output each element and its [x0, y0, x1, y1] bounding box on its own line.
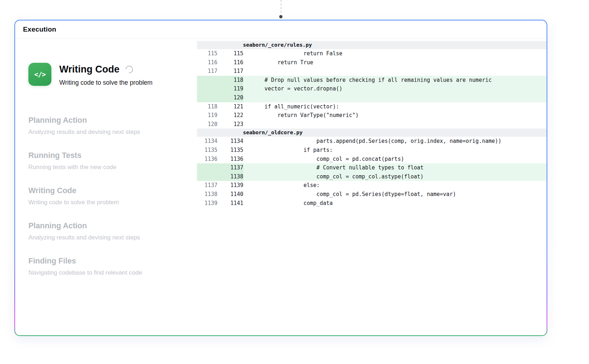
old-line-number [197, 163, 221, 172]
old-line-number: 116 [197, 58, 221, 67]
old-line-number [197, 76, 221, 85]
diff-row-added: 1138 comp_col = comp_col.astype(float) [197, 172, 547, 181]
steps-sidebar: </>Writing CodeWriting code to solve the… [15, 39, 197, 335]
diff-row-added: 120 [197, 93, 547, 102]
new-line-number: 1138 [221, 172, 243, 181]
code-text: return True [243, 58, 547, 67]
code-text: if parts: [243, 146, 547, 155]
old-line-number [197, 84, 221, 93]
code-text: else: [243, 181, 547, 190]
panel-header: Execution [15, 20, 547, 39]
new-line-number: 115 [221, 49, 243, 58]
new-line-number: 122 [221, 111, 243, 120]
code-text: return VarType("numeric") [243, 111, 547, 120]
old-line-number [197, 172, 221, 181]
old-line-number: 1138 [197, 190, 221, 199]
diff-row-added: 1137 # Convert nullable types to float [197, 163, 547, 172]
step-title: Planning Action [28, 220, 197, 231]
old-line-number: 119 [197, 111, 221, 120]
step-title: Running Tests [28, 150, 197, 161]
diff-row: 11371139 else: [197, 181, 547, 190]
code-text: # Drop null values before checking if al… [243, 76, 547, 85]
diff-row: 11341134 parts.append(pd.Series(comp, or… [197, 137, 547, 146]
new-line-number: 120 [221, 93, 243, 102]
diff-row: 11391141 comp_data [197, 199, 547, 208]
code-text: comp_col = pd.Series(dtype=float, name=v… [243, 190, 547, 199]
code-text: return False [243, 49, 547, 58]
panel-title: Execution [23, 25, 56, 33]
step-subtitle: Running tests with the new code [28, 163, 197, 172]
file-header: seaborn/_oldcore.py [197, 129, 547, 137]
diff-row: 11361136 comp_col = pd.concat(parts) [197, 155, 547, 164]
step-title-row: Writing Code [59, 64, 152, 75]
new-line-number: 121 [221, 102, 243, 111]
old-line-number: 1135 [197, 146, 221, 155]
code-text: comp_col = pd.concat(parts) [243, 155, 547, 164]
old-line-number: 115 [197, 49, 221, 58]
code-text: if all_numeric(vector): [243, 102, 547, 111]
new-line-number: 1139 [221, 181, 243, 190]
code-text: vector = vector.dropna() [243, 84, 547, 93]
step-item-finding-files: Finding FilesNavigating codebase to find… [28, 256, 197, 277]
old-line-number: 118 [197, 102, 221, 111]
old-line-number: 1139 [197, 199, 221, 208]
old-line-number: 1134 [197, 137, 221, 146]
diff-row: 117117 [197, 67, 547, 76]
step-item-planning-action: Planning ActionAnalyzing results and dev… [28, 220, 197, 242]
step-subtitle: Analyzing results and devising next step… [28, 128, 197, 136]
code-text: # Convert nullable types to float [243, 163, 547, 172]
new-line-number: 119 [221, 84, 243, 93]
code-icon: </> [28, 63, 51, 86]
spinner-icon [124, 64, 135, 75]
execution-panel: Execution </>Writing CodeWriting code to… [15, 20, 547, 335]
step-subtitle: Analyzing results and devising next step… [28, 233, 197, 242]
diff-row: 115115 return False [197, 49, 547, 58]
new-line-number: 1136 [221, 155, 243, 164]
new-line-number: 117 [221, 67, 243, 76]
step-item-writing-code: Writing CodeWriting code to solve the pr… [28, 185, 197, 207]
diff-row: 116116 return True [197, 58, 547, 67]
step-subtitle: Writing code to solve the problem [28, 198, 197, 207]
new-line-number: 1134 [221, 137, 243, 146]
old-line-number: 117 [197, 67, 221, 76]
new-line-number: 118 [221, 76, 243, 85]
step-subtitle: Writing code to solve the problem [59, 78, 152, 87]
code-icon-glyph: </> [34, 70, 45, 78]
diff-row: 119122 return VarType("numeric") [197, 111, 547, 120]
file-header: seaborn/_core/rules.py [197, 41, 547, 49]
execution-panel-border: Execution </>Writing CodeWriting code to… [14, 20, 547, 336]
old-line-number [197, 93, 221, 102]
diff-row: 11351135 if parts: [197, 146, 547, 155]
panel-body: </>Writing CodeWriting code to solve the… [15, 39, 547, 335]
diff-row-added: 118 # Drop null values before checking i… [197, 76, 547, 85]
step-title: Writing Code [59, 64, 119, 75]
new-line-number: 123 [221, 120, 243, 129]
step-title: Finding Files [28, 256, 197, 266]
old-line-number: 1137 [197, 181, 221, 190]
old-line-number: 120 [197, 120, 221, 129]
new-line-number: 1137 [221, 163, 243, 172]
step-subtitle: Navigating codebase to find relevant cod… [28, 269, 197, 277]
step-item-planning-action: Planning ActionAnalyzing results and dev… [28, 115, 197, 136]
new-line-number: 116 [221, 58, 243, 67]
code-text: comp_data [243, 199, 547, 208]
new-line-number: 1140 [221, 190, 243, 199]
code-text [243, 120, 547, 129]
diff-view: seaborn/_core/rules.py115115 return Fals… [197, 39, 547, 335]
new-line-number: 1135 [221, 146, 243, 155]
step-text: Writing CodeWriting code to solve the pr… [59, 63, 152, 87]
diff-row: 118121 if all_numeric(vector): [197, 102, 547, 111]
diff-row: 120123 [197, 120, 547, 129]
new-line-number: 1141 [221, 199, 243, 208]
code-text [243, 67, 547, 76]
connector-dot [279, 15, 282, 18]
code-text: comp_col = comp_col.astype(float) [243, 172, 547, 181]
step-item-running-tests: Running TestsRunning tests with the new … [28, 150, 197, 172]
step-title: Planning Action [28, 115, 197, 126]
connector-dashed-line [281, 0, 281, 14]
diff-row-added: 119 vector = vector.dropna() [197, 84, 547, 93]
step-item-writing-code: </>Writing CodeWriting code to solve the… [28, 63, 197, 87]
code-text: parts.append(pd.Series(comp, orig.index,… [243, 137, 547, 146]
old-line-number: 1136 [197, 155, 221, 164]
diff-row: 11381140 comp_col = pd.Series(dtype=floa… [197, 190, 547, 199]
